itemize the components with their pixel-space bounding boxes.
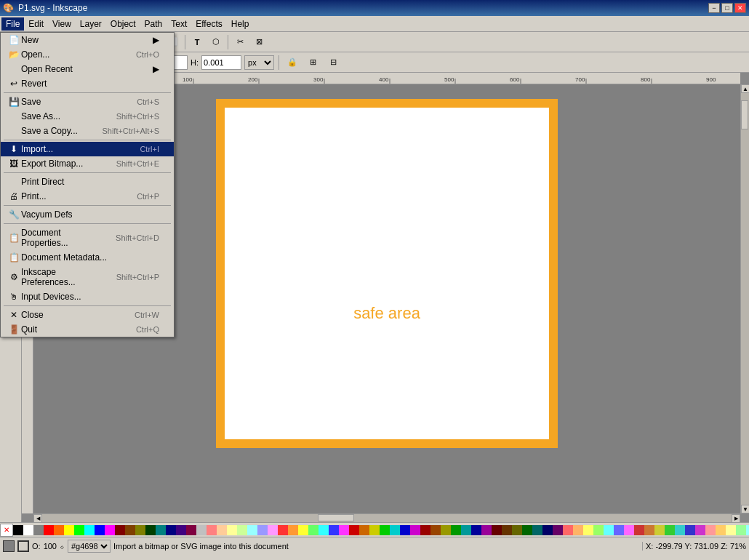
- close-button[interactable]: ✕: [734, 3, 746, 13]
- color-swatch[interactable]: [736, 525, 746, 535]
- menu-text[interactable]: Text: [167, 17, 191, 31]
- menu-document-metadata[interactable]: 📋 Document Metadata...: [1, 250, 174, 265]
- menu-new[interactable]: 📄 New ▶: [1, 33, 174, 47]
- color-swatch[interactable]: [308, 525, 319, 535]
- color-swatch[interactable]: [420, 525, 430, 535]
- color-swatch[interactable]: [166, 525, 176, 535]
- color-swatch[interactable]: [84, 525, 95, 535]
- color-swatch[interactable]: [441, 525, 451, 535]
- color-swatch[interactable]: [665, 525, 675, 535]
- menu-file[interactable]: File: [1, 17, 24, 31]
- color-swatch[interactable]: [74, 525, 84, 535]
- color-swatch[interactable]: [156, 525, 166, 535]
- color-swatch[interactable]: [644, 525, 654, 535]
- color-swatch[interactable]: [359, 525, 369, 535]
- color-swatch[interactable]: [44, 525, 54, 535]
- fill-button[interactable]: ✂: [231, 33, 249, 51]
- menu-layer[interactable]: Layer: [76, 17, 106, 31]
- menu-print[interactable]: 🖨 Print... Ctrl+P: [1, 189, 174, 204]
- menu-inkscape-prefs[interactable]: ⚙ Inkscape Preferences... Shift+Ctrl+P: [1, 265, 174, 289]
- menu-save-as[interactable]: Save As... Shift+Ctrl+S: [1, 109, 174, 124]
- menu-help[interactable]: Help: [227, 17, 254, 31]
- color-swatch[interactable]: [553, 525, 563, 535]
- align-dist-button[interactable]: ⊟: [324, 54, 342, 71]
- color-swatch[interactable]: [23, 525, 33, 535]
- scroll-up-button[interactable]: ▲: [741, 84, 749, 93]
- text-tool-button[interactable]: T: [188, 33, 206, 51]
- color-swatch[interactable]: [319, 525, 329, 535]
- menu-view[interactable]: View: [48, 17, 76, 31]
- color-swatch[interactable]: [614, 525, 624, 535]
- scroll-track-v[interactable]: [741, 93, 749, 505]
- color-swatch[interactable]: [705, 525, 716, 535]
- menu-input-devices[interactable]: 🖱 Input Devices...: [1, 289, 174, 304]
- color-swatch[interactable]: [542, 525, 553, 535]
- color-swatch[interactable]: [573, 525, 583, 535]
- color-swatch[interactable]: [624, 525, 634, 535]
- color-swatch[interactable]: [726, 525, 736, 535]
- color-swatch[interactable]: [105, 525, 115, 535]
- menu-open-recent[interactable]: Open Recent ▶: [1, 62, 174, 76]
- color-swatch[interactable]: [115, 525, 125, 535]
- lock-ratio-button[interactable]: 🔒: [284, 54, 301, 71]
- scroll-down-button[interactable]: ▼: [741, 505, 749, 513]
- color-swatch[interactable]: [512, 525, 522, 535]
- color-swatch[interactable]: [95, 525, 105, 535]
- color-swatch[interactable]: [471, 525, 481, 535]
- color-swatch[interactable]: [654, 525, 665, 535]
- color-swatch[interactable]: [410, 525, 420, 535]
- color-swatch[interactable]: [380, 525, 390, 535]
- menu-save-copy[interactable]: Save a Copy... Shift+Ctrl+Alt+S: [1, 124, 174, 138]
- color-swatch[interactable]: [247, 525, 257, 535]
- menu-effects[interactable]: Effects: [191, 17, 226, 31]
- scroll-left-button[interactable]: ◀: [33, 514, 42, 522]
- menu-save[interactable]: 💾 Save Ctrl+S: [1, 95, 174, 109]
- no-color-swatch[interactable]: ✕: [0, 524, 13, 537]
- color-swatch[interactable]: [207, 525, 217, 535]
- color-swatch[interactable]: [604, 525, 614, 535]
- vertical-scrollbar[interactable]: ▲ ▼: [740, 84, 749, 513]
- color-swatch[interactable]: [746, 525, 749, 535]
- menu-export-bitmap[interactable]: 🖼 Export Bitmap... Shift+Ctrl+E: [1, 156, 174, 171]
- color-swatch[interactable]: [33, 525, 44, 535]
- color-swatch[interactable]: [339, 525, 349, 535]
- menu-vacuum-defs[interactable]: 🔧 Vacyum Defs: [1, 207, 174, 222]
- color-swatch[interactable]: [186, 525, 196, 535]
- color-swatch[interactable]: [135, 525, 145, 535]
- menu-quit[interactable]: 🚪 Quit Ctrl+Q: [1, 322, 174, 337]
- color-swatch[interactable]: [369, 525, 380, 535]
- color-swatch[interactable]: [481, 525, 492, 535]
- color-swatch[interactable]: [13, 525, 23, 535]
- minimize-button[interactable]: −: [708, 3, 720, 13]
- menu-close[interactable]: ✕ Close Ctrl+W: [1, 308, 174, 322]
- color-swatch[interactable]: [268, 525, 278, 535]
- menu-document-properties[interactable]: 📋 Document Properties... Shift+Ctrl+D: [1, 225, 174, 250]
- menu-revert[interactable]: ↩ Revert: [1, 76, 174, 91]
- color-swatch[interactable]: [400, 525, 410, 535]
- menu-open[interactable]: 📂 Open... Ctrl+O: [1, 47, 174, 62]
- color-swatch[interactable]: [461, 525, 471, 535]
- color-swatch[interactable]: [675, 525, 685, 535]
- color-swatch[interactable]: [329, 525, 339, 535]
- stroke-button[interactable]: ⊠: [250, 33, 268, 51]
- color-swatch[interactable]: [145, 525, 156, 535]
- color-swatch[interactable]: [451, 525, 461, 535]
- color-swatch[interactable]: [685, 525, 695, 535]
- scroll-thumb-h[interactable]: [318, 514, 354, 521]
- transform-button[interactable]: ⊞: [304, 54, 321, 71]
- color-swatch[interactable]: [227, 525, 237, 535]
- menu-import[interactable]: ⬇ Import... Ctrl+I: [1, 142, 174, 156]
- object-selector[interactable]: #g4698: [68, 540, 111, 553]
- color-swatch[interactable]: [522, 525, 532, 535]
- color-swatch[interactable]: [278, 525, 288, 535]
- color-swatch[interactable]: [563, 525, 573, 535]
- color-swatch[interactable]: [196, 525, 207, 535]
- menu-print-direct[interactable]: Print Direct: [1, 175, 174, 189]
- color-swatch[interactable]: [176, 525, 186, 535]
- color-swatch[interactable]: [695, 525, 705, 535]
- node-tool-button[interactable]: ⬡: [207, 33, 225, 51]
- color-swatch[interactable]: [716, 525, 726, 535]
- color-swatch[interactable]: [54, 525, 64, 535]
- color-swatch[interactable]: [532, 525, 542, 535]
- color-swatch[interactable]: [430, 525, 441, 535]
